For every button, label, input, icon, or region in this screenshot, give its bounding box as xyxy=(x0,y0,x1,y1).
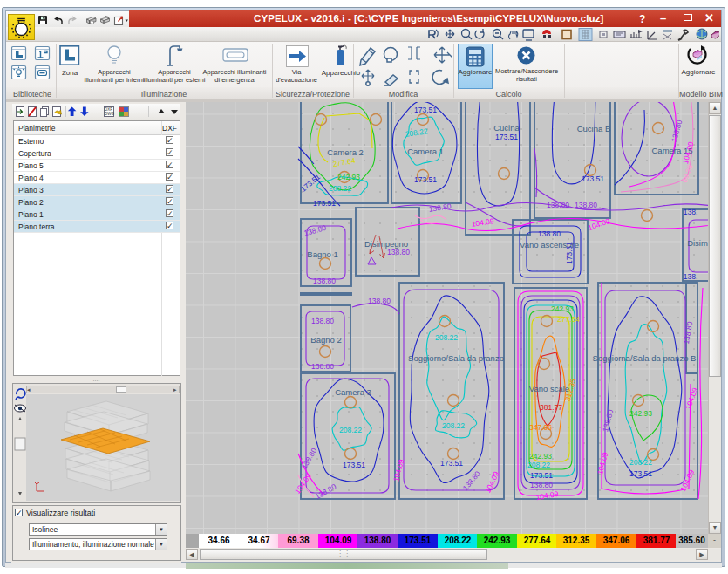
svg-text:242.93: 242.93 xyxy=(337,173,360,181)
svg-text:Cucina B: Cucina B xyxy=(577,124,611,133)
svg-text:173.51: 173.51 xyxy=(343,461,365,469)
svg-text:138.80: 138.80 xyxy=(368,297,391,305)
svg-text:173.51: 173.51 xyxy=(495,133,518,141)
svg-text:173.51: 173.51 xyxy=(414,175,437,184)
svg-text:277.64: 277.64 xyxy=(557,315,580,324)
svg-text:242.93: 242.93 xyxy=(551,304,574,313)
svg-text:138.: 138. xyxy=(684,208,698,216)
svg-text:Bagno 1: Bagno 1 xyxy=(307,249,337,259)
svg-text:Bagno 2: Bagno 2 xyxy=(310,335,341,345)
svg-text:173.51: 173.51 xyxy=(629,469,652,478)
svg-text:Camera 3: Camera 3 xyxy=(335,387,371,397)
svg-text:DWG: DWG xyxy=(105,112,114,116)
svg-text:242.93: 242.93 xyxy=(529,452,552,461)
svg-text:173.51: 173.51 xyxy=(582,174,604,183)
svg-text:173.51: 173.51 xyxy=(414,106,437,114)
svg-text:Camera 2: Camera 2 xyxy=(327,147,364,157)
svg-text:208.22: 208.22 xyxy=(435,333,458,342)
svg-text:138.80: 138.80 xyxy=(538,229,561,238)
svg-text:138.80: 138.80 xyxy=(547,201,569,209)
svg-text:173.51: 173.51 xyxy=(530,471,553,480)
svg-text:138.80: 138.80 xyxy=(311,317,334,325)
svg-text:Soggiorna/Sala da pranzo B: Soggiorna/Sala da pranzo B xyxy=(593,353,697,363)
svg-text:Vano scale: Vano scale xyxy=(529,384,569,393)
svg-text:138.80: 138.80 xyxy=(575,201,597,209)
svg-text:Soggiorno/Sala da pranzo: Soggiorno/Sala da pranzo xyxy=(408,353,504,363)
svg-text:138.80: 138.80 xyxy=(311,362,334,371)
svg-text:138.: 138. xyxy=(684,272,698,281)
svg-text:242.93: 242.93 xyxy=(629,409,652,418)
svg-text:347.06: 347.06 xyxy=(529,423,552,432)
svg-text:208.22: 208.22 xyxy=(629,458,652,467)
svg-text:138.80: 138.80 xyxy=(530,481,553,489)
svg-text:208.22: 208.22 xyxy=(527,461,550,469)
svg-text:173.51: 173.51 xyxy=(565,242,574,264)
svg-text:208.22: 208.22 xyxy=(339,426,362,434)
svg-text:173.51: 173.51 xyxy=(313,199,336,208)
svg-text:Cucina: Cucina xyxy=(493,123,520,133)
svg-text:208.22: 208.22 xyxy=(329,184,351,193)
svg-text:173.51: 173.51 xyxy=(440,459,463,468)
svg-text:Camera 1: Camera 1 xyxy=(407,147,444,156)
svg-text:138.80: 138.80 xyxy=(313,277,336,285)
svg-text:381.77: 381.77 xyxy=(540,403,562,412)
svg-text:208.22: 208.22 xyxy=(442,421,465,430)
svg-text:Disim: Disim xyxy=(687,238,708,248)
svg-text:138.80: 138.80 xyxy=(387,248,410,256)
